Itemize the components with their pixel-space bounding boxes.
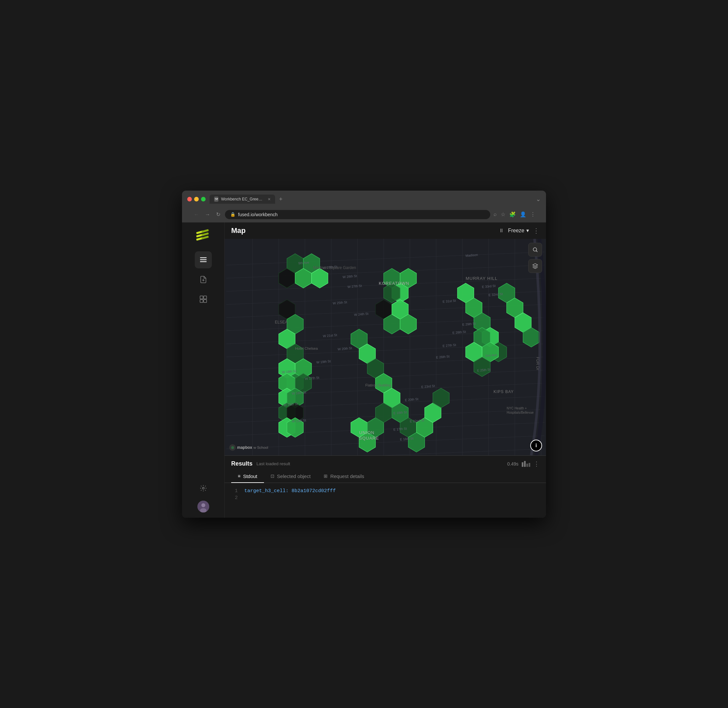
sidebar-bottom xyxy=(195,480,212,512)
map-controls: ⏸ Freeze ▾ ⋮ xyxy=(499,227,540,235)
stdout-tab-label: Stdout xyxy=(243,473,257,479)
map-svg: 9th Ave W 29th St W 28th St W 27th St W … xyxy=(224,239,546,456)
back-button[interactable]: ← xyxy=(192,210,200,219)
url-text: fused.io/workbench xyxy=(238,212,278,217)
results-title: Results xyxy=(231,460,252,467)
map-title: Map xyxy=(231,226,246,235)
browser-menu-icon[interactable]: ⌄ xyxy=(536,196,541,203)
tab-request-details[interactable]: ⊞ Request details xyxy=(317,470,371,483)
mapbox-logo: ◎ mapbox w School xyxy=(229,444,268,451)
map-background: 9th Ave W 29th St W 28th St W 27th St W … xyxy=(224,239,546,456)
svg-text:UNION: UNION xyxy=(359,430,375,435)
map-area[interactable]: 9th Ave W 29th St W 28th St W 27th St W … xyxy=(224,239,546,456)
chrome-menu-icon[interactable]: ⋮ xyxy=(530,211,536,218)
profile-icon[interactable]: 👤 xyxy=(520,211,526,218)
extensions-icon[interactable]: 🧩 xyxy=(509,211,516,218)
freeze-button[interactable]: Freeze ▾ xyxy=(508,227,529,234)
user-avatar[interactable] xyxy=(197,501,209,512)
selected-object-tab-icon: ⊡ xyxy=(271,473,275,479)
stdout-tab-icon: ≡ xyxy=(238,473,240,479)
app-logo[interactable] xyxy=(195,228,212,245)
request-details-tab-icon: ⊞ xyxy=(324,473,328,479)
svg-text:Hotel Chelsea: Hotel Chelsea xyxy=(295,347,318,350)
line-number-2: 2 xyxy=(231,495,238,501)
svg-text:KIPS BAY: KIPS BAY xyxy=(494,389,514,394)
code-line-1: 1 target_h3_cell: 8b2a1072cd02fff xyxy=(231,488,540,494)
bar-3 xyxy=(526,464,528,467)
sidebar-item-files[interactable] xyxy=(195,271,212,288)
selected-object-tab-label: Selected object xyxy=(277,473,311,479)
tab-close-icon[interactable]: × xyxy=(268,196,271,202)
bar-2 xyxy=(524,461,526,467)
svg-text:Flatiron Building: Flatiron Building xyxy=(365,383,391,387)
results-header: Results Last loaded result 0.49s ⋮ xyxy=(224,456,546,467)
browser-nav: ← → ↻ 🔒 fused.io/workbench ⌕ ☆ 🧩 👤 ⋮ xyxy=(187,207,541,222)
code-line-2: 2 xyxy=(231,495,540,501)
map-more-button[interactable]: ⋮ xyxy=(533,227,540,235)
bookmark-icon[interactable]: ☆ xyxy=(501,211,505,218)
browser-window: 🗺 Workbench EC_Greenwich_V × + ⌄ ← → ↻ 🔒… xyxy=(182,191,546,518)
results-meta: 0.49s ⋮ xyxy=(507,460,540,467)
svg-text:Madison Square Garden: Madison Square Garden xyxy=(313,266,356,270)
tab-selected-object[interactable]: ⊡ Selected object xyxy=(264,470,317,483)
svg-point-13 xyxy=(202,487,204,489)
code-key-1: target_h3_cell: xyxy=(244,488,289,494)
svg-rect-9 xyxy=(200,296,203,299)
browser-tabs: 🗺 Workbench EC_Greenwich_V × + xyxy=(210,194,532,204)
security-icon: 🔒 xyxy=(230,212,236,217)
tab-stdout[interactable]: ≡ Stdout xyxy=(231,470,264,483)
mapbox-label: mapbox xyxy=(237,445,252,450)
results-subtitle: Last loaded result xyxy=(256,461,290,466)
sidebar-item-settings[interactable] xyxy=(195,480,212,497)
browser-nav-icons: ⌕ ☆ 🧩 👤 ⋮ xyxy=(494,211,536,218)
svg-rect-4 xyxy=(201,232,209,236)
map-search-button[interactable] xyxy=(528,243,542,257)
app-container: Map ⏸ Freeze ▾ ⋮ xyxy=(182,222,546,518)
svg-rect-10 xyxy=(204,296,207,299)
mapbox-suffix: w School xyxy=(253,445,268,450)
request-details-tab-label: Request details xyxy=(330,473,364,479)
results-bars-chart xyxy=(522,461,530,467)
svg-text:MURRAY HILL: MURRAY HILL xyxy=(466,276,498,281)
map-overlay-controls xyxy=(528,243,542,273)
refresh-button[interactable]: ↻ xyxy=(215,210,222,219)
svg-rect-7 xyxy=(200,259,207,260)
results-time: 0.49s xyxy=(507,461,518,467)
minimize-button[interactable] xyxy=(194,197,199,202)
browser-chrome: 🗺 Workbench EC_Greenwich_V × + ⌄ ← → ↻ 🔒… xyxy=(182,191,546,222)
info-icon: i xyxy=(536,442,537,448)
svg-rect-8 xyxy=(200,261,207,262)
svg-rect-5 xyxy=(201,235,209,239)
svg-rect-11 xyxy=(200,300,203,302)
svg-rect-6 xyxy=(200,257,207,258)
browser-title-bar: 🗺 Workbench EC_Greenwich_V × + ⌄ xyxy=(187,194,541,204)
map-layers-button[interactable] xyxy=(528,259,542,273)
svg-text:NYC Health +: NYC Health + xyxy=(507,406,527,410)
freeze-label: Freeze xyxy=(508,228,524,234)
map-info-button[interactable]: i xyxy=(530,440,542,451)
results-more-button[interactable]: ⋮ xyxy=(534,460,540,467)
line-number-1: 1 xyxy=(231,488,238,494)
svg-text:KOREATOWN: KOREATOWN xyxy=(379,281,409,286)
freeze-chevron-icon: ▾ xyxy=(526,227,529,234)
new-tab-button[interactable]: + xyxy=(276,194,285,204)
tab-favicon: 🗺 xyxy=(214,196,219,202)
map-header: Map ⏸ Freeze ▾ ⋮ xyxy=(224,222,546,239)
maximize-button[interactable] xyxy=(201,197,206,202)
svg-text:SQUARE: SQUARE xyxy=(359,436,379,441)
svg-text:ELSEA: ELSEA xyxy=(275,320,288,325)
forward-button[interactable]: → xyxy=(204,210,211,219)
close-button[interactable] xyxy=(187,197,192,202)
zoom-icon[interactable]: ⌕ xyxy=(494,211,497,218)
sidebar-item-layers[interactable] xyxy=(195,251,212,268)
line-content-1: target_h3_cell: 8b2a1072cd02fff xyxy=(244,488,336,494)
results-panel: Results Last loaded result 0.49s ⋮ xyxy=(224,456,546,507)
code-value-1: 8b2a1072cd02fff xyxy=(291,488,336,494)
url-bar[interactable]: 🔒 fused.io/workbench xyxy=(225,210,490,219)
active-tab[interactable]: 🗺 Workbench EC_Greenwich_V × xyxy=(210,194,275,204)
traffic-lights xyxy=(187,197,206,202)
sidebar-item-grid[interactable] xyxy=(195,291,212,308)
bar-4 xyxy=(528,463,530,467)
main-content: Map ⏸ Freeze ▾ ⋮ xyxy=(224,222,546,518)
svg-text:Hospitals/Bellevue: Hospitals/Bellevue xyxy=(507,411,534,414)
